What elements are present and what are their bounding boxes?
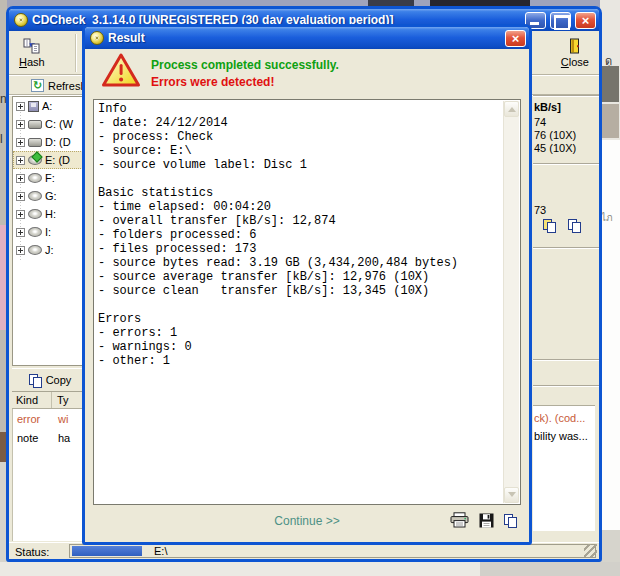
hash-documents-icon	[23, 38, 40, 54]
drive-label: G:	[45, 190, 57, 202]
drive-icon	[28, 245, 42, 255]
cell-fragment: bility was...	[534, 430, 588, 442]
expand-plus-icon[interactable]	[16, 102, 25, 111]
expand-plus-icon[interactable]	[16, 192, 25, 201]
drive-tree-item[interactable]: J:	[13, 241, 87, 259]
drive-tree-item[interactable]: C: (W	[13, 115, 87, 133]
cell-fragment: ck). (cod...	[534, 412, 585, 424]
dialog-titlebar[interactable]: Result ×	[85, 27, 529, 49]
divider	[533, 247, 599, 249]
success-message: Process completed successfully.	[151, 58, 339, 72]
issues-table-fragment: ck). (cod... bility was...	[533, 405, 595, 531]
refresh-button[interactable]: ↻ Refresh	[31, 77, 87, 94]
drive-tree-item[interactable]: D: (D	[13, 133, 87, 151]
screen: ดู ไภ n l CDCheck 3.1.14.0 [UNREGISTERED…	[0, 0, 620, 576]
scrollbar[interactable]	[503, 101, 519, 503]
scroll-up-icon[interactable]	[504, 101, 519, 117]
drive-label: D: (D	[45, 136, 71, 148]
table-row[interactable]: note ha	[13, 428, 88, 447]
drive-icon	[28, 173, 42, 183]
result-dialog: Result × Process completed successfully.…	[82, 24, 532, 545]
divider	[533, 359, 599, 361]
divider	[533, 95, 599, 97]
statistics-panel-fragment: kB/s] 74 76 (10X) 45 (10X) 73 ck). (cod.…	[533, 89, 599, 541]
copy-pages-icon[interactable]	[568, 219, 581, 232]
desktop-text-fragment: ไภ	[601, 210, 613, 225]
desktop-fragment	[480, 562, 620, 576]
expand-plus-icon[interactable]	[16, 210, 25, 219]
close-toolbar-button[interactable]: Close	[555, 33, 595, 73]
refresh-button-label: Refresh	[48, 80, 87, 92]
drive-tree-item[interactable]: A:	[13, 97, 87, 115]
drive-tree-item[interactable]: G:	[13, 187, 87, 205]
expand-plus-icon[interactable]	[16, 156, 25, 165]
drive-label: H:	[45, 208, 56, 220]
drive-label: A:	[42, 100, 52, 112]
divider	[533, 163, 599, 165]
expand-plus-icon[interactable]	[16, 138, 25, 147]
expand-plus-icon[interactable]	[16, 228, 25, 237]
paste-pages-icon[interactable]	[543, 219, 556, 232]
toolbar-separator	[75, 34, 76, 72]
drive-label: I:	[45, 226, 51, 238]
close-toolbar-label: Close	[561, 56, 589, 68]
stat-fragment: kB/s]	[534, 101, 561, 113]
column-kind[interactable]: Kind	[12, 392, 52, 408]
drive-icon	[28, 155, 42, 165]
stat-fragment: 76 (10X)	[534, 129, 576, 141]
dialog-footer: Continue >>	[85, 502, 529, 542]
dialog-status-header: Process completed successfully. Errors w…	[85, 49, 529, 99]
drive-label: F:	[45, 172, 55, 184]
cell-kind: note	[13, 432, 53, 444]
maximize-button[interactable]	[550, 12, 571, 29]
expand-plus-icon[interactable]	[16, 120, 25, 129]
printer-icon[interactable]	[450, 512, 469, 528]
hash-button-label: Hash	[19, 56, 45, 68]
issues-table-body: error wi note ha	[12, 409, 88, 541]
drive-label: J:	[45, 244, 54, 256]
drive-tree-item[interactable]: H:	[13, 205, 87, 223]
status-label: Status:	[15, 546, 49, 558]
cd-disc-icon	[90, 31, 104, 45]
drive-tree-panel: A: C: (W D: (D E: (D	[12, 96, 88, 366]
warning-triangle-icon	[101, 52, 141, 88]
table-row[interactable]: error wi	[13, 409, 88, 428]
expand-plus-icon[interactable]	[16, 174, 25, 183]
status-field: E:\	[69, 544, 596, 558]
save-floppy-icon[interactable]	[479, 513, 494, 528]
drive-label: E: (D	[45, 154, 70, 166]
drive-label: C: (W	[45, 118, 73, 130]
report-text: Info - date: 24/12/2014 - process: Check…	[98, 102, 501, 502]
desktop-text-fragment: l	[0, 132, 3, 146]
resize-grip[interactable]	[584, 544, 597, 557]
stat-fragment: 45 (10X)	[534, 142, 576, 154]
drive-tree-item[interactable]: I:	[13, 223, 87, 241]
desktop-right-strip: ดู ไภ	[600, 0, 620, 576]
drive-icon	[28, 227, 42, 237]
expand-plus-icon[interactable]	[16, 246, 25, 255]
desktop-photo-fragment	[602, 66, 619, 102]
drive-tree-item[interactable]: F:	[13, 169, 87, 187]
copy-pages-icon	[29, 374, 42, 387]
copy-button-label: Copy	[46, 374, 72, 386]
divider	[533, 385, 599, 387]
close-window-button[interactable]: ×	[575, 12, 596, 29]
cd-disc-icon	[14, 13, 28, 27]
refresh-arrows-icon: ↻	[31, 79, 44, 92]
hash-button[interactable]: Hash	[13, 33, 51, 73]
drive-icon	[28, 138, 42, 147]
scroll-down-icon[interactable]	[504, 487, 519, 503]
drive-icon	[28, 120, 42, 129]
desktop-photo-fragment	[602, 104, 619, 138]
drive-icon	[28, 191, 42, 201]
drive-tree-item[interactable]: E: (D	[13, 151, 87, 169]
copy-pages-icon[interactable]	[504, 514, 517, 527]
copy-button[interactable]: Copy	[12, 368, 88, 392]
stat-fragment: 73	[534, 204, 546, 216]
report-text-area[interactable]: Info - date: 24/12/2014 - process: Check…	[93, 99, 521, 505]
issues-panel: Copy Kind Ty error wi note ha	[12, 368, 88, 542]
dialog-close-button[interactable]: ×	[505, 30, 526, 47]
issues-table-header: Kind Ty	[12, 392, 88, 409]
drive-icon	[28, 209, 42, 219]
exit-door-icon	[568, 38, 582, 54]
